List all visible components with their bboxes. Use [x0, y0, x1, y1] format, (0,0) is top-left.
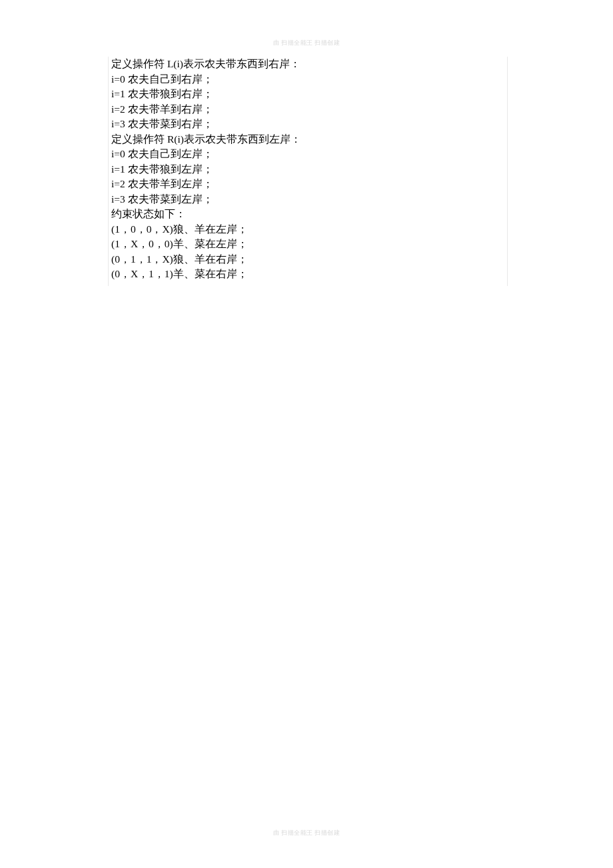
text-line: i=0 农夫自己到左岸；	[111, 147, 504, 162]
watermark-top: 由 扫描全能王 扫描创建	[273, 39, 340, 47]
text-line: i=3 农夫带菜到左岸；	[111, 192, 504, 207]
text-line: i=1 农夫带狼到左岸；	[111, 162, 504, 177]
text-line: 定义操作符 L(i)表示农夫带东西到右岸：	[111, 57, 504, 72]
text-line: (1，0，0，X)狼、羊在左岸；	[111, 222, 504, 237]
watermark-bottom: 由 扫描全能王 扫描创建	[273, 829, 340, 837]
document-page: 定义操作符 L(i)表示农夫带东西到右岸： i=0 农夫自己到右岸； i=1 农…	[108, 57, 508, 286]
text-line: (0，X，1，1)羊、菜在右岸；	[111, 267, 504, 282]
text-line: (0，1，1，X)狼、羊在右岸；	[111, 252, 504, 267]
text-line: i=2 农夫带羊到左岸；	[111, 177, 504, 192]
text-line: 约束状态如下：	[111, 207, 504, 222]
text-line: i=2 农夫带羊到右岸；	[111, 102, 504, 117]
text-line: i=3 农夫带菜到右岸；	[111, 117, 504, 132]
text-line: 定义操作符 R(i)表示农夫带东西到左岸：	[111, 132, 504, 147]
text-line: i=1 农夫带狼到右岸；	[111, 87, 504, 102]
text-line: i=0 农夫自己到右岸；	[111, 72, 504, 87]
text-line: (1，X，0，0)羊、菜在左岸；	[111, 237, 504, 252]
